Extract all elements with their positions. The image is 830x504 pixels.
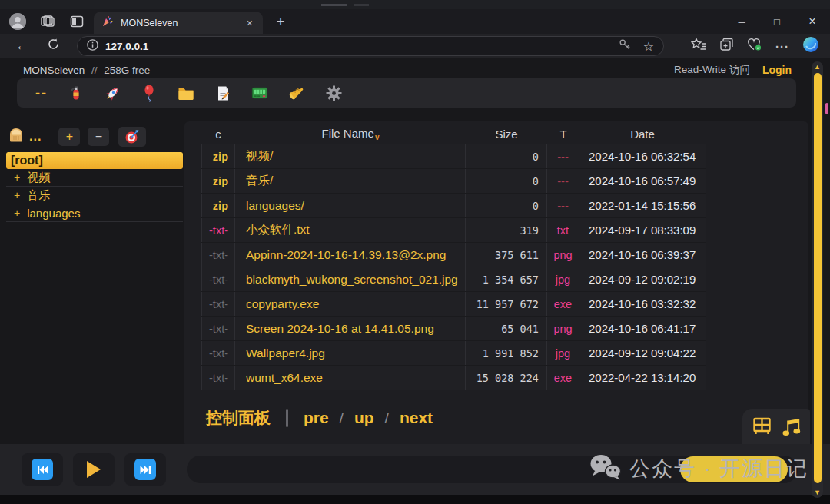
collections-icon[interactable] (719, 38, 734, 55)
scroll-down-icon[interactable]: ▼ (812, 487, 823, 498)
refresh-icon[interactable] (45, 38, 61, 55)
file-name-link[interactable]: 小众软件.txt (235, 218, 466, 242)
dart-button[interactable] (118, 127, 146, 147)
tree-item-label[interactable]: 视频 (27, 171, 50, 185)
favorites-bar-icon[interactable] (691, 38, 706, 55)
background-artifact (321, 4, 347, 6)
minimize-button[interactable]: ─ (724, 9, 759, 34)
up-link[interactable]: up (354, 409, 374, 427)
trumpet-icon[interactable] (287, 84, 306, 102)
breadcrumb: MONSeleven // 258G free (23, 65, 150, 76)
breadcrumb-site[interactable]: MONSeleven (23, 65, 85, 76)
file-name-link[interactable]: 视频/ (235, 144, 466, 168)
new-tab-button[interactable]: + (271, 13, 290, 30)
column-header-date[interactable]: Date (579, 128, 706, 141)
bread-icon[interactable] (6, 125, 26, 148)
play-button[interactable] (73, 453, 115, 486)
zip-link[interactable]: zip (201, 194, 235, 217)
info-icon[interactable] (87, 39, 98, 54)
url-text[interactable]: 127.0.0.1 (105, 41, 619, 52)
favorite-star-icon[interactable]: ☆ (643, 39, 654, 54)
txt-link[interactable]: -txt- (201, 267, 235, 291)
scroll-up-icon[interactable]: ▲ (812, 61, 823, 72)
breadcrumb-separator: // (91, 65, 98, 76)
previous-track-button[interactable] (22, 453, 63, 486)
slash-separator: / (340, 410, 344, 426)
tab-actions-icon[interactable] (69, 14, 85, 29)
page-scrollbar[interactable]: ▲ ▼ (812, 61, 823, 498)
music-note-icon[interactable] (782, 416, 801, 440)
memo-icon[interactable] (214, 84, 232, 102)
tree-expand-button[interactable]: + (58, 128, 80, 146)
copilot-icon[interactable] (802, 36, 819, 56)
expand-toggle[interactable]: + (14, 171, 20, 184)
file-date: 2024-10-16 06:41:17 (579, 317, 706, 340)
browser-tab[interactable]: MONSeleven × (94, 12, 263, 34)
tree-root-selected[interactable]: [root] (6, 152, 183, 169)
tree-dots-label[interactable]: ... (29, 130, 42, 144)
zip-link[interactable]: zip (201, 144, 235, 168)
txt-link[interactable]: -txt- (201, 292, 235, 316)
file-name-link[interactable]: blackmyth_wukong_screenshot_021.jpg (235, 267, 466, 291)
tree-item-music[interactable]: + 音乐 (6, 187, 183, 204)
file-name-link[interactable]: 音乐/ (235, 169, 466, 193)
file-type: txt (547, 218, 579, 242)
browser-essentials-icon[interactable] (747, 38, 762, 55)
pre-link[interactable]: pre (304, 409, 329, 427)
column-header-c[interactable]: c (201, 128, 235, 141)
gear-icon[interactable] (324, 84, 343, 102)
file-name-link[interactable]: Wallpaper4.jpg (235, 341, 466, 365)
file-size: 0 (466, 169, 547, 193)
expand-toggle[interactable]: + (14, 189, 20, 201)
txt-link[interactable]: -txt- (201, 218, 235, 242)
tree-item-languages[interactable]: + languages (6, 204, 183, 222)
tree-controls: ... + − (6, 123, 183, 151)
grid-view-icon[interactable] (752, 416, 772, 439)
control-panel-link[interactable]: 控制面板 (206, 407, 271, 429)
profile-avatar[interactable] (9, 13, 26, 30)
key-icon[interactable] (619, 38, 631, 54)
zip-link[interactable]: zip (201, 169, 235, 193)
file-name-link[interactable]: wumt_x64.exe (235, 366, 466, 390)
fire-extinguisher-icon[interactable] (66, 84, 85, 102)
scrollbar-thumb[interactable] (814, 73, 822, 483)
file-date: 2024-09-12 09:02:19 (579, 267, 706, 291)
next-track-button[interactable] (124, 453, 166, 486)
txt-link[interactable]: -txt- (201, 317, 235, 340)
txt-link[interactable]: -txt- (201, 243, 235, 267)
address-bar[interactable]: 127.0.0.1 ☆ (77, 36, 664, 56)
next-link[interactable]: next (400, 409, 433, 427)
toggle-dashes-button[interactable]: -- (35, 85, 48, 101)
tree-item-label[interactable]: 音乐 (27, 188, 50, 203)
txt-link[interactable]: -txt- (201, 366, 235, 390)
maximize-button[interactable]: □ (759, 9, 795, 34)
file-name-link[interactable]: Screen 2024-10-16 at 14.41.05.png (235, 317, 466, 340)
file-date: 2024-09-12 09:04:22 (579, 341, 706, 365)
workspaces-icon[interactable] (40, 14, 55, 29)
tab-title: MONSeleven (121, 18, 244, 28)
expand-toggle[interactable]: + (14, 207, 20, 219)
tree-item-label[interactable]: languages (27, 207, 80, 220)
calculator-icon[interactable] (251, 84, 269, 102)
login-link[interactable]: Login (762, 64, 792, 76)
file-type: png (547, 317, 579, 340)
more-menu-icon[interactable]: ··· (775, 40, 789, 53)
rocket-icon[interactable] (103, 84, 121, 102)
column-header-name[interactable]: File Namev (235, 127, 466, 141)
view-toggle-box (742, 409, 810, 447)
close-window-button[interactable]: × (795, 9, 830, 34)
tree-collapse-button[interactable]: − (88, 128, 109, 146)
column-header-size[interactable]: Size (466, 128, 547, 141)
back-icon[interactable]: ← (14, 38, 31, 54)
file-type: jpg (547, 341, 579, 365)
folder-icon[interactable] (177, 84, 195, 102)
file-name-link[interactable]: Appinn-2024-10-16-14.39.13@2x.png (235, 243, 466, 267)
column-header-type[interactable]: T (547, 128, 579, 141)
file-name-link[interactable]: copyparty.exe (235, 292, 466, 316)
balloon-icon[interactable] (140, 84, 158, 102)
file-name-link[interactable]: languages/ (235, 194, 466, 217)
close-tab-icon[interactable]: × (244, 17, 255, 29)
tree-item-video[interactable]: + 视频 (6, 169, 183, 187)
access-area: Read-Write 访问 Login (674, 63, 792, 77)
txt-link[interactable]: -txt- (201, 341, 235, 365)
